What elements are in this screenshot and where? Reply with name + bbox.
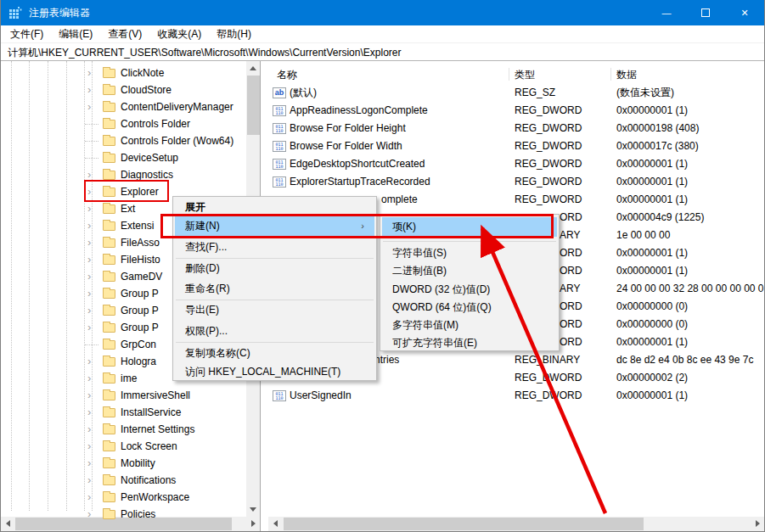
menu-view[interactable]: 查看(V)	[100, 25, 149, 43]
chevron-expand-icon[interactable]: ›	[87, 67, 91, 78]
tree-item-immersiveshell[interactable]: ›ImmersiveShell	[1, 387, 261, 404]
chevron-expand-icon[interactable]: ›	[87, 254, 91, 265]
chevron-expand-icon[interactable]: ›	[87, 474, 91, 485]
maximize-button[interactable]	[686, 0, 725, 25]
new-submenu-item-6[interactable]: 多字符串值(M)	[382, 316, 557, 335]
value-name: UserSignedIn	[290, 387, 352, 405]
registry-value-row[interactable]: 011 110AppReadinessLogonCompleteREG_DWOR…	[267, 102, 764, 120]
folder-icon	[103, 408, 115, 417]
value-type: REG_DWORD	[515, 173, 582, 191]
close-button[interactable]: ✕	[725, 0, 764, 25]
chevron-expand-icon[interactable]: ›	[87, 372, 91, 384]
chevron-expand-icon[interactable]: ›	[87, 322, 91, 333]
tree-item-label: Group P	[121, 288, 159, 300]
minimize-button[interactable]: —	[647, 0, 686, 25]
folder-icon	[103, 238, 115, 248]
registry-value-row[interactable]: 011 110ExplorerStartupTraceRecordedREG_D…	[267, 173, 764, 191]
column-divider[interactable]	[610, 68, 611, 81]
chevron-expand-icon[interactable]: ›	[87, 101, 91, 112]
value-type: REG_BINARY	[515, 351, 580, 369]
chevron-expand-icon[interactable]: ›	[87, 389, 91, 400]
tree-item-label: Ext	[121, 203, 135, 215]
value-type: REG_SZ	[515, 84, 555, 102]
tree-item-label: FileHisto	[121, 254, 160, 266]
chevron-expand-icon[interactable]: ›	[87, 237, 91, 248]
context-menu-item-11[interactable]: 访问 HKEY_LOCAL_MACHINE(T)	[175, 362, 374, 382]
menu-help[interactable]: 帮助(H)	[209, 25, 259, 43]
tree-item-label: Mobility	[121, 457, 155, 469]
chevron-expand-icon[interactable]: ›	[87, 169, 91, 180]
tree-item-controls-folder-wow64-[interactable]: Controls Folder (Wow64)	[1, 132, 261, 149]
column-header-data[interactable]: 数据	[616, 66, 637, 83]
registry-value-row[interactable]: 011 110EdgeDesktopShortcutCreatedREG_DWO…	[267, 155, 764, 173]
tree-item-label: PenWorkspace	[121, 491, 189, 503]
folder-icon	[103, 442, 115, 451]
tree-item-contentdeliverymanager[interactable]: ›ContentDeliveryManager	[1, 98, 261, 115]
registry-value-row[interactable]: 011 110Browse For Folder WidthREG_DWORD0…	[267, 137, 764, 155]
tree-item-lock-screen[interactable]: ›Lock Screen	[1, 438, 261, 455]
chevron-expand-icon[interactable]: ›	[87, 288, 91, 299]
registry-value-row[interactable]: 011 110UserSignedInREG_DWORD0x00000001 (…	[267, 387, 764, 405]
registry-value-row[interactable]: 011 110Browse For Folder HeightREG_DWORD…	[267, 120, 764, 137]
tree-item-mobility[interactable]: ›Mobility	[1, 455, 261, 472]
context-menu-item-8[interactable]: 权限(P)...	[175, 322, 374, 341]
new-submenu-item-3[interactable]: 二进制值(B)	[382, 261, 557, 281]
value-name: EdgeDesktopShortcutCreated	[290, 155, 425, 173]
tree-item-cloudstore[interactable]: ›CloudStore	[1, 81, 261, 98]
tree-item-installservice[interactable]: ›InstallService	[1, 404, 261, 421]
menu-file[interactable]: 文件(F)	[3, 25, 51, 43]
menu-edit[interactable]: 编辑(E)	[51, 25, 100, 43]
folder-icon	[103, 374, 115, 384]
column-header-name[interactable]: 名称	[277, 66, 297, 83]
tree-item-notifications[interactable]: ›Notifications	[1, 472, 261, 489]
tree-item-devicesetup[interactable]: DeviceSetup	[1, 149, 261, 166]
chevron-expand-icon[interactable]: ›	[87, 305, 91, 316]
value-type: REG_DWORD	[515, 387, 582, 405]
chevron-expand-icon[interactable]: ›	[87, 84, 91, 95]
tree-item-label: Notifications	[121, 474, 176, 486]
value-name: ExplorerStartupTraceRecorded	[290, 173, 430, 191]
new-submenu-item-4[interactable]: DWORD (32 位)值(D)	[382, 280, 557, 300]
address-bar[interactable]: 计算机\HKEY_CURRENT_USER\Software\Microsoft…	[1, 44, 764, 61]
context-menu-item-5[interactable]: 重命名(R)	[175, 279, 374, 299]
chevron-expand-icon[interactable]: ›	[87, 508, 91, 519]
chevron-expand-icon[interactable]: ›	[87, 203, 91, 214]
new-submenu-item-2[interactable]: 字符串值(S)	[382, 244, 557, 263]
value-type: ORD	[560, 333, 582, 351]
chevron-expand-icon[interactable]: ›	[87, 271, 91, 282]
tree-item-internet-settings[interactable]: ›Internet Settings	[1, 421, 261, 438]
chevron-expand-icon[interactable]: ›	[87, 220, 91, 231]
folder-icon	[103, 459, 115, 468]
binary-value-icon: 011 110	[273, 390, 286, 401]
tree-item-penworkspace[interactable]: ›PenWorkspace	[1, 489, 261, 506]
context-menu-item-4[interactable]: 删除(D)	[175, 259, 374, 278]
column-divider[interactable]	[509, 68, 509, 81]
tree-item-controls-folder[interactable]: Controls Folder	[1, 115, 261, 132]
value-type: REG_DWORD	[515, 102, 582, 120]
chevron-expand-icon[interactable]: ›	[87, 406, 91, 417]
values-horizontal-scrollbar[interactable]	[268, 517, 764, 531]
tree-item-policies[interactable]: ›Policies	[1, 506, 261, 523]
column-header-type[interactable]: 类型	[515, 66, 535, 83]
new-submenu-item-5[interactable]: QWORD (64 位)值(Q)	[382, 298, 557, 317]
title-bar[interactable]: 注册表编辑器 — ✕	[1, 0, 764, 25]
menu-favorites[interactable]: 收藏夹(A)	[149, 25, 209, 43]
context-menu-item-7[interactable]: 导出(E)	[175, 300, 374, 320]
tree-item-label: InstallService	[121, 406, 181, 418]
chevron-expand-icon[interactable]: ›	[87, 356, 91, 367]
chevron-expand-icon[interactable]: ›	[87, 457, 91, 468]
values-hscroll-thumb[interactable]	[284, 518, 644, 530]
chevron-expand-icon[interactable]: ›	[87, 491, 91, 502]
scroll-right-icon[interactable]	[756, 520, 760, 527]
tree-item-clicknote[interactable]: ›ClickNote	[1, 64, 261, 81]
new-submenu-item-7[interactable]: 可扩充字符串值(E)	[382, 333, 557, 353]
context-menu-item-2[interactable]: 查找(F)...	[175, 238, 374, 257]
tree-item-label: Group P	[121, 322, 159, 333]
context-menu-item-10[interactable]: 复制项名称(C)	[175, 344, 374, 363]
registry-value-row[interactable]: ab(默认)REG_SZ(数值未设置)	[267, 84, 764, 102]
chevron-expand-icon[interactable]: ›	[87, 440, 91, 451]
value-type: ARY	[560, 280, 580, 298]
chevron-expand-icon[interactable]: ›	[87, 423, 91, 434]
scroll-left-icon[interactable]	[273, 520, 278, 527]
value-data: 0x000004c9 (1225)	[616, 209, 704, 227]
